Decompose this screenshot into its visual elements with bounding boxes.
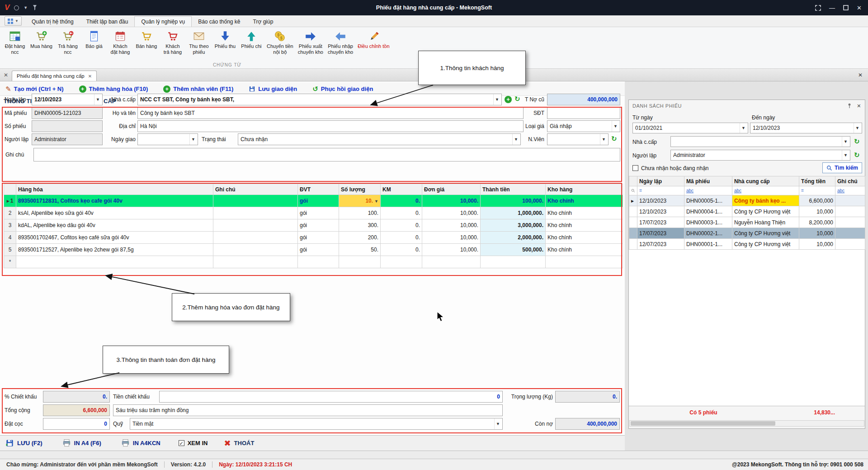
col-hang-hoa[interactable]: Hàng hóa <box>16 184 213 195</box>
tab-thiet-lap-ban-dau[interactable]: Thiết lập ban đầu <box>80 16 135 27</box>
close-all-tabs-icon[interactable]: ✕ <box>0 72 12 78</box>
panel-nguoi-lap-field[interactable]: Administrator▼ <box>670 150 850 161</box>
dropdown-arrow-icon[interactable]: ▼ <box>740 123 745 133</box>
toolbar-dieu-chinh-ton[interactable]: Điều chỉnh tồn <box>355 29 392 50</box>
table-row[interactable]: 4 8935001702467, Cofitos kẹo café sữa gó… <box>4 232 623 244</box>
restore-layout-button[interactable]: ↺Phục hồi giao diện <box>312 85 373 93</box>
tab-tro-giup[interactable]: Trợ giúp <box>247 16 280 27</box>
record-icon[interactable] <box>14 5 19 10</box>
tab-bao-cao-thong-ke[interactable]: Báo cáo thống kê <box>192 16 246 27</box>
dat-coc-field[interactable]: 0 <box>43 418 110 430</box>
print-a4kcn-button[interactable]: IN A4KCN <box>121 439 160 447</box>
tu-ngay-field[interactable]: 01/10/2021▼ <box>632 123 748 133</box>
t-no-cu-field[interactable]: 400,000,000 <box>547 94 620 105</box>
dropdown-arrow-icon[interactable]: ▼ <box>494 418 500 429</box>
dropdown-arrow-icon[interactable]: ▼ <box>854 123 859 133</box>
ghi-chu-field[interactable] <box>33 148 620 161</box>
toolbar-ban-hang[interactable]: Bán hàng <box>133 29 160 50</box>
dropdown-arrow-icon[interactable]: ▼ <box>374 199 378 204</box>
so-phieu-field[interactable] <box>32 120 103 132</box>
col-don-gia[interactable]: Đơn giá <box>422 184 481 195</box>
add-supplier-icon[interactable]: + <box>505 96 512 103</box>
ma-phieu-field[interactable]: DHN00005-121023 <box>32 107 103 119</box>
col-km[interactable]: KM <box>381 184 422 195</box>
trong-luong-field[interactable]: 0. <box>555 391 620 403</box>
list-item[interactable]: ▸ 12/10/2023 DHN00005-1... Công ty bánh … <box>629 195 865 206</box>
toolbar-thu-theo-phieu[interactable]: Thu theo phiếu <box>186 29 212 56</box>
toolbar-dat-hang-ncc[interactable]: Đặt hàng ncc <box>2 29 28 56</box>
chevron-down-icon[interactable]: ▼ <box>24 5 28 10</box>
add-employee-button[interactable]: +Thêm nhân viên (F11) <box>163 85 233 93</box>
exit-button[interactable]: ✖THOÁT <box>224 438 254 448</box>
filter-date[interactable]: = <box>637 186 684 195</box>
col-kho-hang[interactable]: Kho hàng <box>546 184 623 195</box>
dropdown-arrow-icon[interactable]: ▼ <box>612 121 618 132</box>
toolbar-bao-gia[interactable]: Báo giá <box>81 29 107 50</box>
tab-quan-tri-he-thong[interactable]: Quản trị hệ thống <box>25 16 80 27</box>
refresh-icon[interactable]: ↻ <box>854 152 860 159</box>
close-tab-icon[interactable]: ✕ <box>88 74 92 79</box>
print-a4-button[interactable]: IN A4 (F6) <box>62 439 101 447</box>
sdt-field[interactable] <box>547 107 620 119</box>
col-tong-tien[interactable]: Tổng tiền <box>799 176 835 186</box>
chua-nhan-checkbox[interactable] <box>632 165 638 171</box>
col-thanh-tien[interactable]: Thành tiền <box>481 184 546 195</box>
toolbar-phieu-thu[interactable]: Phiếu thu <box>212 29 238 50</box>
col-ma-phieu[interactable]: Mã phiếu <box>684 176 732 186</box>
toolbar-khach-dat-hang[interactable]: Khách đặt hàng <box>107 29 133 56</box>
quy-field[interactable]: Tiền mặt▼ <box>130 418 503 430</box>
dropdown-arrow-icon[interactable]: ▼ <box>842 150 848 160</box>
refresh-employee-icon[interactable]: ↻ <box>611 135 617 142</box>
ngay-giao-field[interactable]: ▼ <box>137 133 198 145</box>
table-row-new[interactable]: * <box>4 256 623 268</box>
refresh-supplier-icon[interactable]: ↻ <box>514 95 520 103</box>
tab-phieu-dat-hang-ncc[interactable]: Phiếu đặt hàng nhà cung cấp ✕ <box>12 71 97 81</box>
tien-chiet-khau-field[interactable]: 0 <box>159 391 503 403</box>
filter-total[interactable]: = <box>799 186 835 195</box>
maximize-icon[interactable] <box>843 5 849 10</box>
nha-ccap-field[interactable]: NCC CT SBT, Công ty bánh kẹo SBT,▼ <box>137 94 502 105</box>
col-ghi-chu[interactable]: Ghi chú <box>213 184 298 195</box>
dropdown-arrow-icon[interactable]: ▼ <box>600 134 606 145</box>
dropdown-arrow-icon[interactable]: ▼ <box>512 134 518 145</box>
minimize-icon[interactable]: — <box>829 5 835 11</box>
dropdown-arrow-icon[interactable]: ▼ <box>189 134 195 145</box>
horizontal-scrollbar[interactable] <box>629 420 864 427</box>
new-record-button[interactable]: ✎Tạo mới (Ctrl + N) <box>5 85 64 93</box>
pin-icon[interactable] <box>847 103 852 109</box>
col-dvt[interactable]: ĐVT <box>298 184 339 195</box>
col-ngay-lap[interactable]: Ngày lập <box>637 176 684 186</box>
list-item-selected[interactable]: 17/07/2023 DHN00002-1... Công ty CP Hươn… <box>629 228 865 239</box>
ho-va-ten-field[interactable]: Công ty bánh kẹo SBT <box>137 107 524 119</box>
checkbox-checked-icon[interactable]: ✓ <box>179 440 184 446</box>
scrollbar-thumb[interactable] <box>631 421 775 426</box>
xem-in-checkbox[interactable]: ✓XEM IN <box>179 440 208 446</box>
toolbar-mua-hang[interactable]: Mua hàng <box>28 29 55 50</box>
toolbar-chuyen-tien-noi-bo[interactable]: $$ Chuyển tiền nội bộ <box>264 29 296 56</box>
list-item[interactable]: 12/07/2023 DHN00001-1... Công ty CP Hươn… <box>629 239 865 250</box>
list-item[interactable]: 12/10/2023 DHN00004-1... Công ty CP Hươn… <box>629 206 865 217</box>
col-so-luong[interactable]: Số lượng <box>339 184 381 195</box>
add-product-button[interactable]: +Thêm hàng hóa (F10) <box>79 85 148 93</box>
nguoi-lap-field[interactable]: Administrator <box>32 133 103 145</box>
save-layout-button[interactable]: Lưu giao diện <box>249 85 297 92</box>
toolbar-phieu-chi[interactable]: Phiếu chi <box>238 29 264 50</box>
close-icon[interactable]: ✕ <box>858 72 868 78</box>
close-panel-icon[interactable]: ✕ <box>857 103 861 109</box>
nvien-field[interactable]: ▼ <box>547 133 609 145</box>
list-item[interactable]: 17/07/2023 DHN00003-1... Nguyễn Hoàng Th… <box>629 217 865 228</box>
toolbar-tra-hang-ncc[interactable]: Trả hàng ncc <box>55 29 81 56</box>
dropdown-arrow-icon[interactable]: ▼ <box>94 94 100 105</box>
col-ghi-chu[interactable]: Ghi chú <box>835 176 865 186</box>
loai-gia-field[interactable]: Giá nhập▼ <box>547 120 620 132</box>
toolbar-khach-tra-hang[interactable]: Khách trả hàng <box>160 29 186 56</box>
table-row[interactable]: 3 kdAL, Alpenlibe kẹo dâu gói 40v gói 30… <box>4 219 623 232</box>
fullscreen-icon[interactable] <box>815 5 821 11</box>
save-button[interactable]: LƯU (F2) <box>5 439 42 447</box>
refresh-icon[interactable]: ↻ <box>854 138 860 145</box>
chiet-khau-pct-field[interactable]: 0. <box>43 391 110 403</box>
panel-nha-ccap-field[interactable]: ▼ <box>670 136 850 147</box>
toolbar-phieu-nhap-chuyen-kho[interactable]: Phiếu nhập chuyển kho <box>326 29 355 56</box>
qty-cell-editing[interactable]: 10.▼ <box>339 195 381 207</box>
dia-chi-field[interactable]: Hà Nội <box>137 120 524 132</box>
